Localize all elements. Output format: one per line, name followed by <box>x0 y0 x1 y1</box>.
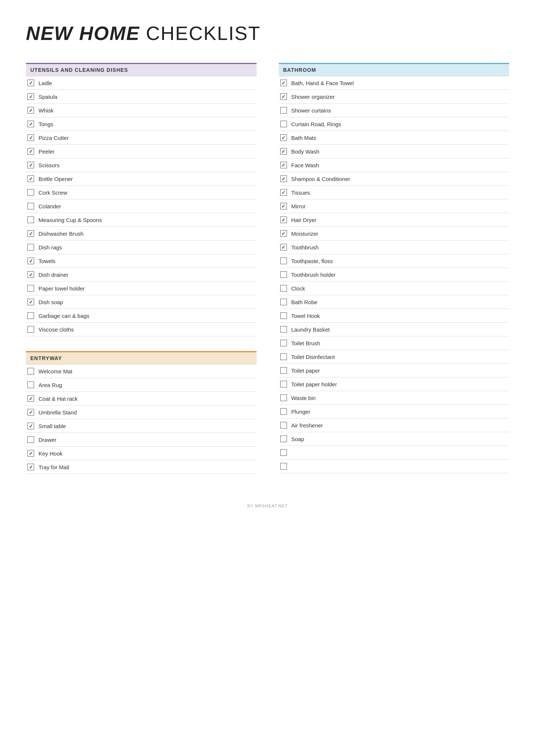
list-item[interactable]: Shampoo & Conditioner <box>279 172 509 186</box>
list-item[interactable]: Bath Mats <box>279 131 509 145</box>
list-item[interactable]: Welcome Mat <box>26 364 257 378</box>
checkbox[interactable] <box>280 93 287 100</box>
checkbox[interactable] <box>27 285 34 292</box>
checkbox[interactable] <box>280 353 287 360</box>
checkbox[interactable] <box>27 423 34 429</box>
checkbox[interactable] <box>27 93 34 100</box>
checkbox[interactable] <box>27 409 34 416</box>
list-item[interactable]: Curtain Road, Rings <box>279 117 509 131</box>
list-item[interactable]: Tray for Mail <box>26 460 257 474</box>
list-item[interactable]: Bath, Hand & Face Towel <box>279 76 509 90</box>
checkbox[interactable] <box>280 258 287 264</box>
checkbox[interactable] <box>280 244 287 251</box>
list-item[interactable]: Hair Dryer <box>279 213 509 227</box>
list-item[interactable]: Small table <box>26 419 257 433</box>
checkbox[interactable] <box>280 381 287 387</box>
checkbox[interactable] <box>27 436 34 443</box>
list-item[interactable]: Key Hook <box>26 447 257 460</box>
checkbox[interactable] <box>280 408 287 415</box>
checkbox[interactable] <box>27 450 34 457</box>
list-item[interactable]: Area Rug <box>26 378 257 392</box>
checkbox[interactable] <box>27 134 34 141</box>
checkbox[interactable] <box>280 230 287 237</box>
list-item[interactable]: Pizza Cutter <box>26 131 257 145</box>
list-item[interactable]: Bottle Opener <box>26 172 257 186</box>
checkbox[interactable] <box>280 285 287 292</box>
checkbox[interactable] <box>280 367 287 374</box>
list-item[interactable]: Toilet Brush <box>279 336 509 350</box>
list-item[interactable] <box>279 460 509 473</box>
checkbox[interactable] <box>280 162 287 168</box>
checkbox[interactable] <box>280 107 287 114</box>
list-item[interactable]: Mirror <box>279 199 509 213</box>
checkbox[interactable] <box>27 121 34 127</box>
list-item[interactable]: Tissues <box>279 186 509 199</box>
checkbox[interactable] <box>27 80 34 86</box>
list-item[interactable]: Garbage can & bags <box>26 309 257 323</box>
checkbox[interactable] <box>27 395 34 402</box>
checkbox[interactable] <box>280 80 287 86</box>
checkbox[interactable] <box>280 436 287 442</box>
checkbox[interactable] <box>27 244 34 251</box>
list-item[interactable]: Peeler <box>26 145 257 158</box>
list-item[interactable]: Towel Hook <box>279 309 509 323</box>
list-item[interactable]: Dishwasher Brush <box>26 227 257 241</box>
checkbox[interactable] <box>280 271 287 278</box>
list-item[interactable]: Clock <box>279 282 509 295</box>
list-item[interactable]: Toothbrush holder <box>279 268 509 282</box>
checkbox[interactable] <box>27 230 34 237</box>
list-item[interactable]: Tongs <box>26 117 257 131</box>
list-item[interactable]: Waste bin <box>279 391 509 405</box>
list-item[interactable]: Dish drainer <box>26 268 257 282</box>
list-item[interactable]: Coat & Hat rack <box>26 392 257 406</box>
list-item[interactable]: Towels <box>26 254 257 268</box>
checkbox[interactable] <box>27 189 34 196</box>
list-item[interactable]: Moisturizer <box>279 227 509 241</box>
checkbox[interactable] <box>280 340 287 346</box>
list-item[interactable]: Umbrella Stand <box>26 406 257 419</box>
list-item[interactable]: Viscose cloths <box>26 323 257 336</box>
list-item[interactable]: Spatula <box>26 90 257 104</box>
list-item[interactable]: Cork Screw <box>26 186 257 199</box>
checkbox[interactable] <box>27 175 34 182</box>
list-item[interactable]: Paper towel holder <box>26 282 257 295</box>
checkbox[interactable] <box>280 312 287 319</box>
list-item[interactable]: Toilet paper <box>279 364 509 377</box>
list-item[interactable]: Drawer <box>26 433 257 447</box>
list-item[interactable]: Shower organizer <box>279 90 509 104</box>
checkbox[interactable] <box>27 203 34 209</box>
checkbox[interactable] <box>280 326 287 333</box>
checkbox[interactable] <box>280 299 287 305</box>
list-item[interactable]: Bath Robe <box>279 295 509 309</box>
list-item[interactable]: Dish soap <box>26 295 257 309</box>
checkbox[interactable] <box>27 368 34 374</box>
checkbox[interactable] <box>280 189 287 196</box>
list-item[interactable]: Soap <box>279 432 509 446</box>
list-item[interactable]: Ladle <box>26 76 257 90</box>
checkbox[interactable] <box>27 148 34 155</box>
list-item[interactable]: Dish rags <box>26 241 257 254</box>
checkbox[interactable] <box>27 382 34 388</box>
list-item[interactable]: Toothbrush <box>279 241 509 254</box>
checkbox[interactable] <box>280 449 287 456</box>
checkbox[interactable] <box>27 162 34 168</box>
checkbox[interactable] <box>280 134 287 141</box>
list-item[interactable]: Face Wash <box>279 158 509 172</box>
checkbox[interactable] <box>280 121 287 127</box>
list-item[interactable]: Toilet Disinfectant <box>279 350 509 364</box>
checkbox[interactable] <box>27 107 34 114</box>
checkbox[interactable] <box>27 299 34 305</box>
checkbox[interactable] <box>280 148 287 155</box>
checkbox[interactable] <box>27 271 34 278</box>
list-item[interactable]: Plunger <box>279 405 509 419</box>
checkbox[interactable] <box>27 326 34 333</box>
list-item[interactable]: Scissors <box>26 158 257 172</box>
list-item[interactable]: Air freshener <box>279 419 509 432</box>
checkbox[interactable] <box>280 203 287 209</box>
checkbox[interactable] <box>280 463 287 470</box>
checkbox[interactable] <box>27 464 34 470</box>
list-item[interactable] <box>279 446 509 460</box>
checkbox[interactable] <box>27 258 34 264</box>
list-item[interactable]: Whisk <box>26 104 257 117</box>
list-item[interactable]: Laundry Basket <box>279 323 509 336</box>
